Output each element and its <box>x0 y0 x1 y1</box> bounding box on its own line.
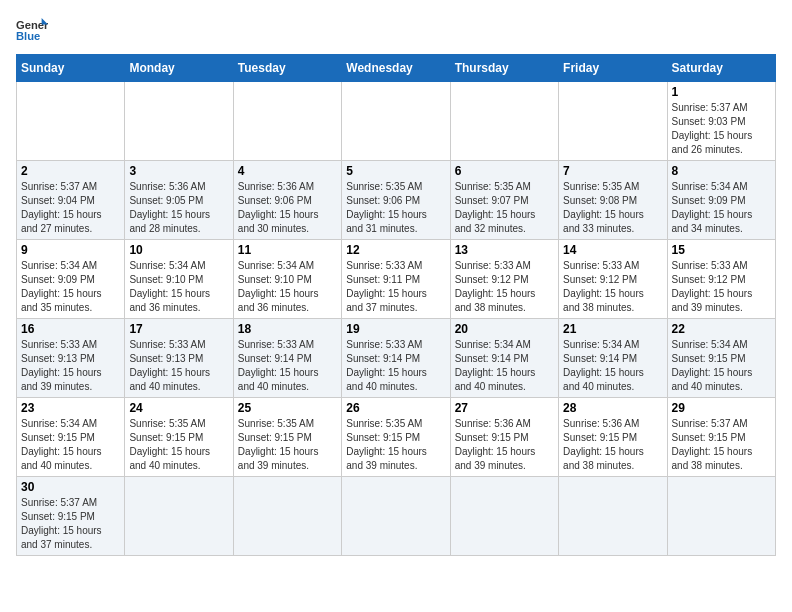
day-info: Sunrise: 5:34 AM Sunset: 9:09 PM Dayligh… <box>672 180 771 236</box>
day-cell: 16Sunrise: 5:33 AM Sunset: 9:13 PM Dayli… <box>17 319 125 398</box>
day-number: 19 <box>346 322 445 336</box>
day-info: Sunrise: 5:35 AM Sunset: 9:15 PM Dayligh… <box>129 417 228 473</box>
day-info: Sunrise: 5:36 AM Sunset: 9:05 PM Dayligh… <box>129 180 228 236</box>
day-number: 25 <box>238 401 337 415</box>
day-number: 1 <box>672 85 771 99</box>
day-number: 26 <box>346 401 445 415</box>
day-number: 12 <box>346 243 445 257</box>
page-header: General Blue <box>16 16 776 44</box>
day-cell: 19Sunrise: 5:33 AM Sunset: 9:14 PM Dayli… <box>342 319 450 398</box>
day-number: 2 <box>21 164 120 178</box>
calendar-body: 1Sunrise: 5:37 AM Sunset: 9:03 PM Daylig… <box>17 82 776 556</box>
day-info: Sunrise: 5:33 AM Sunset: 9:13 PM Dayligh… <box>129 338 228 394</box>
day-info: Sunrise: 5:34 AM Sunset: 9:14 PM Dayligh… <box>455 338 554 394</box>
day-cell <box>559 477 667 556</box>
day-number: 20 <box>455 322 554 336</box>
day-info: Sunrise: 5:37 AM Sunset: 9:15 PM Dayligh… <box>672 417 771 473</box>
week-row-1: 2Sunrise: 5:37 AM Sunset: 9:04 PM Daylig… <box>17 161 776 240</box>
col-header-tuesday: Tuesday <box>233 55 341 82</box>
day-number: 3 <box>129 164 228 178</box>
day-cell <box>17 82 125 161</box>
day-number: 16 <box>21 322 120 336</box>
day-cell: 23Sunrise: 5:34 AM Sunset: 9:15 PM Dayli… <box>17 398 125 477</box>
day-info: Sunrise: 5:36 AM Sunset: 9:15 PM Dayligh… <box>563 417 662 473</box>
day-number: 18 <box>238 322 337 336</box>
day-cell: 1Sunrise: 5:37 AM Sunset: 9:03 PM Daylig… <box>667 82 775 161</box>
col-header-sunday: Sunday <box>17 55 125 82</box>
day-cell: 22Sunrise: 5:34 AM Sunset: 9:15 PM Dayli… <box>667 319 775 398</box>
day-cell: 30Sunrise: 5:37 AM Sunset: 9:15 PM Dayli… <box>17 477 125 556</box>
day-info: Sunrise: 5:34 AM Sunset: 9:10 PM Dayligh… <box>129 259 228 315</box>
day-number: 29 <box>672 401 771 415</box>
day-info: Sunrise: 5:35 AM Sunset: 9:15 PM Dayligh… <box>346 417 445 473</box>
day-info: Sunrise: 5:37 AM Sunset: 9:03 PM Dayligh… <box>672 101 771 157</box>
day-number: 22 <box>672 322 771 336</box>
svg-text:Blue: Blue <box>16 30 40 42</box>
day-info: Sunrise: 5:36 AM Sunset: 9:15 PM Dayligh… <box>455 417 554 473</box>
day-cell: 28Sunrise: 5:36 AM Sunset: 9:15 PM Dayli… <box>559 398 667 477</box>
day-number: 27 <box>455 401 554 415</box>
day-number: 24 <box>129 401 228 415</box>
day-number: 15 <box>672 243 771 257</box>
day-info: Sunrise: 5:36 AM Sunset: 9:06 PM Dayligh… <box>238 180 337 236</box>
calendar-header: SundayMondayTuesdayWednesdayThursdayFrid… <box>17 55 776 82</box>
week-row-5: 30Sunrise: 5:37 AM Sunset: 9:15 PM Dayli… <box>17 477 776 556</box>
col-header-thursday: Thursday <box>450 55 558 82</box>
day-number: 8 <box>672 164 771 178</box>
day-cell: 14Sunrise: 5:33 AM Sunset: 9:12 PM Dayli… <box>559 240 667 319</box>
day-info: Sunrise: 5:35 AM Sunset: 9:15 PM Dayligh… <box>238 417 337 473</box>
day-cell: 3Sunrise: 5:36 AM Sunset: 9:05 PM Daylig… <box>125 161 233 240</box>
day-info: Sunrise: 5:34 AM Sunset: 9:15 PM Dayligh… <box>21 417 120 473</box>
day-cell: 4Sunrise: 5:36 AM Sunset: 9:06 PM Daylig… <box>233 161 341 240</box>
col-header-wednesday: Wednesday <box>342 55 450 82</box>
day-cell: 7Sunrise: 5:35 AM Sunset: 9:08 PM Daylig… <box>559 161 667 240</box>
day-cell <box>450 477 558 556</box>
day-info: Sunrise: 5:35 AM Sunset: 9:06 PM Dayligh… <box>346 180 445 236</box>
day-number: 7 <box>563 164 662 178</box>
day-cell <box>667 477 775 556</box>
day-info: Sunrise: 5:33 AM Sunset: 9:13 PM Dayligh… <box>21 338 120 394</box>
day-info: Sunrise: 5:33 AM Sunset: 9:14 PM Dayligh… <box>346 338 445 394</box>
day-cell <box>233 82 341 161</box>
day-cell: 6Sunrise: 5:35 AM Sunset: 9:07 PM Daylig… <box>450 161 558 240</box>
day-cell <box>125 82 233 161</box>
day-number: 4 <box>238 164 337 178</box>
day-cell: 20Sunrise: 5:34 AM Sunset: 9:14 PM Dayli… <box>450 319 558 398</box>
day-number: 14 <box>563 243 662 257</box>
day-info: Sunrise: 5:35 AM Sunset: 9:08 PM Dayligh… <box>563 180 662 236</box>
day-info: Sunrise: 5:34 AM Sunset: 9:14 PM Dayligh… <box>563 338 662 394</box>
day-number: 23 <box>21 401 120 415</box>
day-number: 17 <box>129 322 228 336</box>
generalblue-logo-icon: General Blue <box>16 16 48 44</box>
col-header-saturday: Saturday <box>667 55 775 82</box>
day-number: 5 <box>346 164 445 178</box>
week-row-3: 16Sunrise: 5:33 AM Sunset: 9:13 PM Dayli… <box>17 319 776 398</box>
day-info: Sunrise: 5:35 AM Sunset: 9:07 PM Dayligh… <box>455 180 554 236</box>
day-cell: 12Sunrise: 5:33 AM Sunset: 9:11 PM Dayli… <box>342 240 450 319</box>
day-number: 11 <box>238 243 337 257</box>
day-cell: 25Sunrise: 5:35 AM Sunset: 9:15 PM Dayli… <box>233 398 341 477</box>
day-cell: 29Sunrise: 5:37 AM Sunset: 9:15 PM Dayli… <box>667 398 775 477</box>
day-info: Sunrise: 5:33 AM Sunset: 9:12 PM Dayligh… <box>563 259 662 315</box>
week-row-4: 23Sunrise: 5:34 AM Sunset: 9:15 PM Dayli… <box>17 398 776 477</box>
day-cell: 17Sunrise: 5:33 AM Sunset: 9:13 PM Dayli… <box>125 319 233 398</box>
day-cell: 5Sunrise: 5:35 AM Sunset: 9:06 PM Daylig… <box>342 161 450 240</box>
day-cell: 8Sunrise: 5:34 AM Sunset: 9:09 PM Daylig… <box>667 161 775 240</box>
day-info: Sunrise: 5:33 AM Sunset: 9:14 PM Dayligh… <box>238 338 337 394</box>
day-cell: 24Sunrise: 5:35 AM Sunset: 9:15 PM Dayli… <box>125 398 233 477</box>
calendar-table: SundayMondayTuesdayWednesdayThursdayFrid… <box>16 54 776 556</box>
week-row-0: 1Sunrise: 5:37 AM Sunset: 9:03 PM Daylig… <box>17 82 776 161</box>
day-number: 21 <box>563 322 662 336</box>
day-number: 10 <box>129 243 228 257</box>
day-cell <box>559 82 667 161</box>
day-info: Sunrise: 5:33 AM Sunset: 9:11 PM Dayligh… <box>346 259 445 315</box>
day-number: 6 <box>455 164 554 178</box>
day-cell <box>233 477 341 556</box>
col-header-monday: Monday <box>125 55 233 82</box>
day-info: Sunrise: 5:34 AM Sunset: 9:15 PM Dayligh… <box>672 338 771 394</box>
day-number: 13 <box>455 243 554 257</box>
day-cell <box>450 82 558 161</box>
day-number: 28 <box>563 401 662 415</box>
day-cell <box>125 477 233 556</box>
day-number: 9 <box>21 243 120 257</box>
